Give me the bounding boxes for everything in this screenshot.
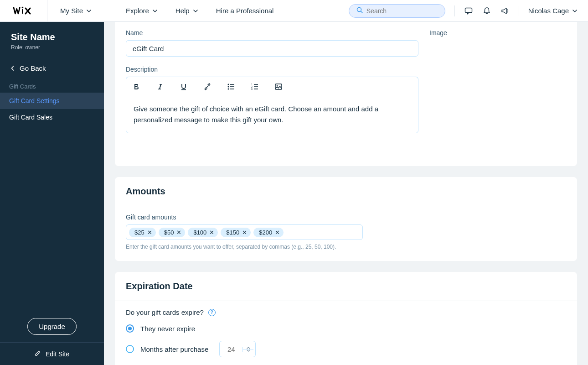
svg-rect-0 (22, 9, 23, 14)
user-name-label: Nicolas Cage (528, 7, 569, 15)
chevron-down-icon (87, 10, 91, 12)
site-name: Site Name (11, 32, 93, 42)
chevron-down-icon (153, 10, 157, 12)
upgrade-row: Upgrade (0, 311, 104, 342)
tag-remove-icon[interactable]: ✕ (147, 229, 152, 235)
svg-point-1 (21, 6, 23, 8)
megaphone-icon[interactable] (500, 6, 510, 16)
months-stepper[interactable] (219, 341, 256, 357)
topbar-right: Nicolas Cage (349, 0, 588, 21)
user-menu[interactable]: Nicolas Cage (528, 7, 577, 15)
sidebar: Site Name Role: owner Go Back Gift Cards… (0, 22, 104, 365)
radio-button[interactable] (126, 324, 134, 333)
name-input[interactable] (126, 40, 418, 57)
tag-remove-icon[interactable]: ✕ (275, 229, 280, 235)
radio-option-never[interactable]: They never expire (126, 324, 566, 333)
nav-help-label: Help (175, 7, 190, 15)
tag-label: $50 (164, 229, 174, 236)
radio-button[interactable] (126, 345, 134, 353)
amount-tag: $150✕ (221, 228, 251, 237)
stepper-buttons (242, 347, 253, 352)
rte-toolbar: 123 (126, 77, 418, 96)
sidebar-item-gift-card-sales[interactable]: Gift Card Sales (0, 109, 104, 125)
chat-icon[interactable] (464, 6, 473, 16)
my-site-label: My Site (60, 7, 83, 15)
image-field-group: Image (429, 29, 566, 133)
tag-remove-icon[interactable]: ✕ (242, 229, 247, 235)
tag-label: $100 (193, 229, 206, 236)
tag-remove-icon[interactable]: ✕ (209, 229, 214, 235)
nav-explore[interactable]: Explore (126, 7, 157, 15)
radio-option-months[interactable]: Months after purchase (126, 341, 566, 357)
link-button[interactable] (203, 82, 212, 91)
description-textarea[interactable]: Give someone the gift of choice with an … (126, 96, 418, 133)
bell-icon[interactable] (482, 6, 491, 16)
tag-remove-icon[interactable]: ✕ (176, 229, 181, 235)
radio-label: Months after purchase (140, 345, 208, 353)
italic-button[interactable] (155, 82, 165, 91)
amount-tag: $100✕ (188, 228, 218, 237)
svg-point-19 (277, 85, 278, 86)
divider (454, 5, 455, 16)
expiration-question-row: Do your gift cards expire? ? (126, 308, 566, 316)
bullet-list-button[interactable] (227, 82, 236, 91)
pencil-icon (35, 350, 41, 358)
upgrade-button[interactable]: Upgrade (27, 318, 77, 335)
go-back-link[interactable]: Go Back (0, 59, 104, 78)
svg-text:3: 3 (251, 88, 253, 90)
svg-point-8 (228, 88, 229, 89)
amounts-title: Amounts (126, 186, 566, 197)
card-amounts-header: Amounts (115, 177, 577, 206)
description-field-group: Description 123 Give someone the gift (126, 66, 418, 133)
description-label: Description (126, 66, 418, 73)
search-input[interactable] (366, 7, 438, 15)
svg-rect-18 (275, 84, 282, 89)
info-icon[interactable]: ? (208, 309, 216, 316)
go-back-label: Go Back (20, 64, 46, 72)
tag-label: $200 (259, 229, 272, 236)
name-field-group: Name Description 123 (126, 29, 418, 133)
amounts-help-text: Enter the gift card amounts you want to … (126, 244, 566, 250)
role-label: Role: owner (11, 44, 93, 51)
nav-hire-professional[interactable]: Hire a Professional (216, 7, 274, 15)
edit-site-link[interactable]: Edit Site (0, 343, 104, 365)
card-amounts: Amounts Gift card amounts $25✕ $50✕ $100… (115, 177, 577, 261)
radio-label: They never expire (140, 325, 195, 333)
image-label: Image (429, 29, 566, 36)
stepper-down-button[interactable] (243, 349, 253, 352)
nav-explore-label: Explore (126, 7, 149, 15)
main-content: Name Description 123 (104, 22, 588, 365)
card-expiration-header: Expiration Date (115, 272, 577, 301)
svg-rect-4 (465, 8, 472, 12)
sidebar-section-label: Gift Cards (0, 78, 104, 93)
chevron-down-icon (193, 10, 198, 12)
divider (519, 5, 519, 16)
topbar-left: My Site (0, 0, 104, 21)
topbar: My Site Explore Help Hire a Professional… (0, 0, 588, 22)
svg-line-3 (361, 11, 362, 13)
numbered-list-button[interactable]: 123 (250, 82, 259, 91)
tag-label: $25 (134, 229, 144, 236)
amount-tag: $200✕ (253, 228, 284, 237)
chevron-down-icon (573, 10, 577, 12)
amount-tag: $25✕ (129, 228, 156, 237)
search-box[interactable] (349, 4, 445, 18)
svg-point-7 (228, 86, 229, 87)
my-site-dropdown[interactable]: My Site (47, 0, 104, 21)
amount-tag: $50✕ (159, 228, 186, 237)
svg-point-6 (228, 83, 229, 85)
tag-label: $150 (226, 229, 239, 236)
card-details: Name Description 123 (115, 22, 577, 166)
chevron-left-icon (11, 66, 14, 71)
sidebar-item-gift-card-settings[interactable]: Gift Card Settings (0, 93, 104, 109)
topbar-nav: Explore Help Hire a Professional (104, 7, 273, 15)
wix-logo[interactable] (0, 0, 47, 21)
nav-help[interactable]: Help (175, 7, 198, 15)
months-input[interactable] (220, 345, 242, 353)
edit-site-label: Edit Site (46, 350, 69, 358)
card-expiration: Expiration Date Do your gift cards expir… (115, 272, 577, 365)
bold-button[interactable] (132, 82, 141, 91)
image-button[interactable] (274, 82, 283, 91)
amounts-tags-input[interactable]: $25✕ $50✕ $100✕ $150✕ $200✕ (126, 224, 363, 240)
underline-button[interactable] (179, 82, 188, 91)
